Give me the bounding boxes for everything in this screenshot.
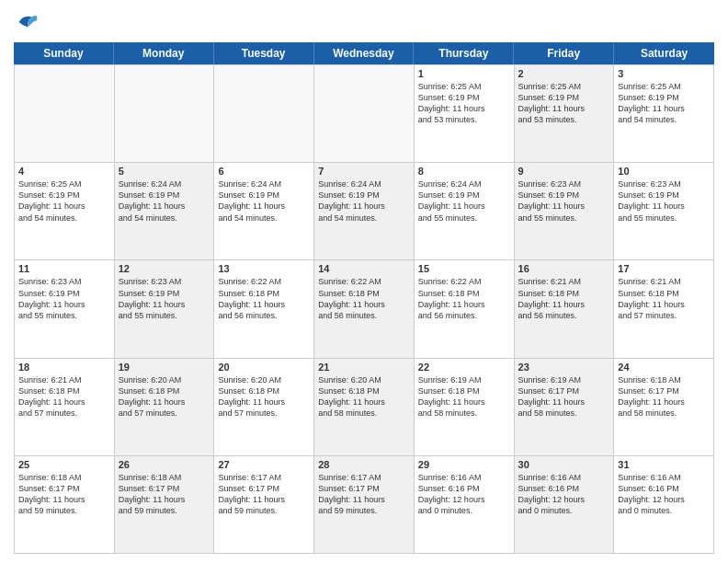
day-number: 8 — [418, 166, 510, 177]
empty-cell — [115, 65, 215, 162]
day-content: Sunrise: 6:25 AM Sunset: 6:19 PM Dayligh… — [618, 81, 710, 126]
day-cell-14: 14Sunrise: 6:22 AM Sunset: 6:18 PM Dayli… — [314, 260, 415, 357]
day-number: 14 — [318, 263, 410, 274]
day-number: 22 — [418, 362, 510, 373]
day-cell-2: 2Sunrise: 6:25 AM Sunset: 6:19 PM Daylig… — [515, 65, 615, 162]
day-content: Sunrise: 6:24 AM Sunset: 6:19 PM Dayligh… — [418, 178, 510, 224]
day-number: 30 — [518, 459, 610, 470]
header — [14, 9, 714, 35]
day-content: Sunrise: 6:18 AM Sunset: 6:17 PM Dayligh… — [618, 374, 710, 419]
calendar-row-0: 1Sunrise: 6:25 AM Sunset: 6:19 PM Daylig… — [14, 64, 714, 163]
day-content: Sunrise: 6:20 AM Sunset: 6:18 PM Dayligh… — [119, 374, 210, 419]
day-number: 4 — [18, 166, 110, 177]
logo — [14, 9, 43, 35]
header-day-wednesday: Wednesday — [314, 42, 415, 64]
day-number: 12 — [119, 263, 210, 274]
day-content: Sunrise: 6:19 AM Sunset: 6:18 PM Dayligh… — [418, 374, 510, 419]
empty-cell — [15, 65, 115, 162]
calendar-row-2: 11Sunrise: 6:23 AM Sunset: 6:19 PM Dayli… — [14, 260, 714, 358]
day-number: 10 — [618, 166, 710, 177]
calendar-row-4: 25Sunrise: 6:18 AM Sunset: 6:17 PM Dayli… — [14, 456, 714, 554]
day-cell-26: 26Sunrise: 6:18 AM Sunset: 6:17 PM Dayli… — [115, 456, 215, 553]
day-number: 19 — [119, 362, 210, 373]
day-content: Sunrise: 6:16 AM Sunset: 6:16 PM Dayligh… — [618, 472, 710, 517]
day-number: 25 — [18, 459, 110, 470]
day-content: Sunrise: 6:21 AM Sunset: 6:18 PM Dayligh… — [18, 374, 110, 419]
header-day-sunday: Sunday — [14, 42, 114, 64]
day-cell-15: 15Sunrise: 6:22 AM Sunset: 6:18 PM Dayli… — [415, 260, 515, 357]
day-number: 11 — [18, 263, 110, 274]
day-number: 28 — [318, 459, 410, 470]
day-number: 27 — [218, 459, 310, 470]
day-cell-12: 12Sunrise: 6:23 AM Sunset: 6:19 PM Dayli… — [115, 260, 215, 357]
day-content: Sunrise: 6:19 AM Sunset: 6:17 PM Dayligh… — [518, 374, 610, 419]
page: SundayMondayTuesdayWednesdayThursdayFrid… — [0, 0, 728, 563]
day-cell-18: 18Sunrise: 6:21 AM Sunset: 6:18 PM Dayli… — [15, 359, 115, 455]
day-cell-11: 11Sunrise: 6:23 AM Sunset: 6:19 PM Dayli… — [15, 260, 115, 357]
day-number: 29 — [418, 459, 510, 470]
logo-icon — [14, 9, 40, 35]
day-cell-3: 3Sunrise: 6:25 AM Sunset: 6:19 PM Daylig… — [614, 65, 714, 162]
day-number: 21 — [318, 362, 410, 373]
day-content: Sunrise: 6:23 AM Sunset: 6:19 PM Dayligh… — [518, 178, 610, 224]
day-number: 7 — [318, 166, 410, 177]
day-content: Sunrise: 6:25 AM Sunset: 6:19 PM Dayligh… — [418, 81, 510, 126]
day-cell-31: 31Sunrise: 6:16 AM Sunset: 6:16 PM Dayli… — [614, 456, 714, 553]
day-number: 13 — [218, 263, 310, 274]
header-day-monday: Monday — [114, 42, 214, 64]
day-number: 24 — [618, 362, 710, 373]
day-number: 3 — [618, 68, 710, 79]
day-cell-8: 8Sunrise: 6:24 AM Sunset: 6:19 PM Daylig… — [415, 163, 515, 259]
day-number: 16 — [518, 263, 610, 274]
day-number: 2 — [518, 68, 610, 79]
day-number: 17 — [618, 263, 710, 274]
day-content: Sunrise: 6:22 AM Sunset: 6:18 PM Dayligh… — [218, 276, 310, 321]
day-content: Sunrise: 6:24 AM Sunset: 6:19 PM Dayligh… — [318, 178, 410, 224]
day-cell-28: 28Sunrise: 6:17 AM Sunset: 6:17 PM Dayli… — [314, 456, 415, 553]
calendar-body: 1Sunrise: 6:25 AM Sunset: 6:19 PM Daylig… — [14, 64, 714, 554]
day-cell-7: 7Sunrise: 6:24 AM Sunset: 6:19 PM Daylig… — [314, 163, 415, 259]
day-content: Sunrise: 6:25 AM Sunset: 6:19 PM Dayligh… — [518, 81, 610, 126]
header-day-friday: Friday — [514, 42, 614, 64]
day-content: Sunrise: 6:17 AM Sunset: 6:17 PM Dayligh… — [218, 472, 310, 517]
day-content: Sunrise: 6:16 AM Sunset: 6:16 PM Dayligh… — [518, 472, 610, 517]
day-content: Sunrise: 6:23 AM Sunset: 6:19 PM Dayligh… — [119, 276, 210, 321]
day-cell-19: 19Sunrise: 6:20 AM Sunset: 6:18 PM Dayli… — [115, 359, 215, 455]
day-cell-27: 27Sunrise: 6:17 AM Sunset: 6:17 PM Dayli… — [214, 456, 314, 553]
day-cell-24: 24Sunrise: 6:18 AM Sunset: 6:17 PM Dayli… — [614, 359, 714, 455]
day-cell-30: 30Sunrise: 6:16 AM Sunset: 6:16 PM Dayli… — [515, 456, 615, 553]
day-number: 15 — [418, 263, 510, 274]
day-content: Sunrise: 6:23 AM Sunset: 6:19 PM Dayligh… — [618, 178, 710, 224]
day-number: 9 — [518, 166, 610, 177]
day-cell-16: 16Sunrise: 6:21 AM Sunset: 6:18 PM Dayli… — [515, 260, 615, 357]
day-number: 5 — [119, 166, 210, 177]
day-content: Sunrise: 6:23 AM Sunset: 6:19 PM Dayligh… — [18, 276, 110, 321]
empty-cell — [214, 65, 314, 162]
day-content: Sunrise: 6:21 AM Sunset: 6:18 PM Dayligh… — [618, 276, 710, 321]
day-cell-29: 29Sunrise: 6:16 AM Sunset: 6:16 PM Dayli… — [415, 456, 515, 553]
calendar-header: SundayMondayTuesdayWednesdayThursdayFrid… — [14, 42, 714, 64]
day-content: Sunrise: 6:18 AM Sunset: 6:17 PM Dayligh… — [119, 472, 210, 517]
day-content: Sunrise: 6:18 AM Sunset: 6:17 PM Dayligh… — [18, 472, 110, 517]
day-cell-21: 21Sunrise: 6:20 AM Sunset: 6:18 PM Dayli… — [314, 359, 415, 455]
day-number: 23 — [518, 362, 610, 373]
calendar: SundayMondayTuesdayWednesdayThursdayFrid… — [14, 42, 714, 554]
day-cell-20: 20Sunrise: 6:20 AM Sunset: 6:18 PM Dayli… — [214, 359, 314, 455]
day-cell-4: 4Sunrise: 6:25 AM Sunset: 6:19 PM Daylig… — [15, 163, 115, 259]
day-cell-25: 25Sunrise: 6:18 AM Sunset: 6:17 PM Dayli… — [15, 456, 115, 553]
day-number: 31 — [618, 459, 710, 470]
day-cell-13: 13Sunrise: 6:22 AM Sunset: 6:18 PM Dayli… — [214, 260, 314, 357]
calendar-row-1: 4Sunrise: 6:25 AM Sunset: 6:19 PM Daylig… — [14, 163, 714, 260]
day-cell-9: 9Sunrise: 6:23 AM Sunset: 6:19 PM Daylig… — [515, 163, 615, 259]
day-number: 26 — [119, 459, 210, 470]
day-content: Sunrise: 6:22 AM Sunset: 6:18 PM Dayligh… — [418, 276, 510, 321]
day-cell-23: 23Sunrise: 6:19 AM Sunset: 6:17 PM Dayli… — [515, 359, 615, 455]
header-day-saturday: Saturday — [614, 42, 714, 64]
day-content: Sunrise: 6:25 AM Sunset: 6:19 PM Dayligh… — [18, 178, 110, 224]
day-cell-17: 17Sunrise: 6:21 AM Sunset: 6:18 PM Dayli… — [614, 260, 714, 357]
day-content: Sunrise: 6:24 AM Sunset: 6:19 PM Dayligh… — [119, 178, 210, 224]
header-day-tuesday: Tuesday — [214, 42, 314, 64]
empty-cell — [314, 65, 415, 162]
day-number: 1 — [418, 68, 510, 79]
day-content: Sunrise: 6:22 AM Sunset: 6:18 PM Dayligh… — [318, 276, 410, 321]
